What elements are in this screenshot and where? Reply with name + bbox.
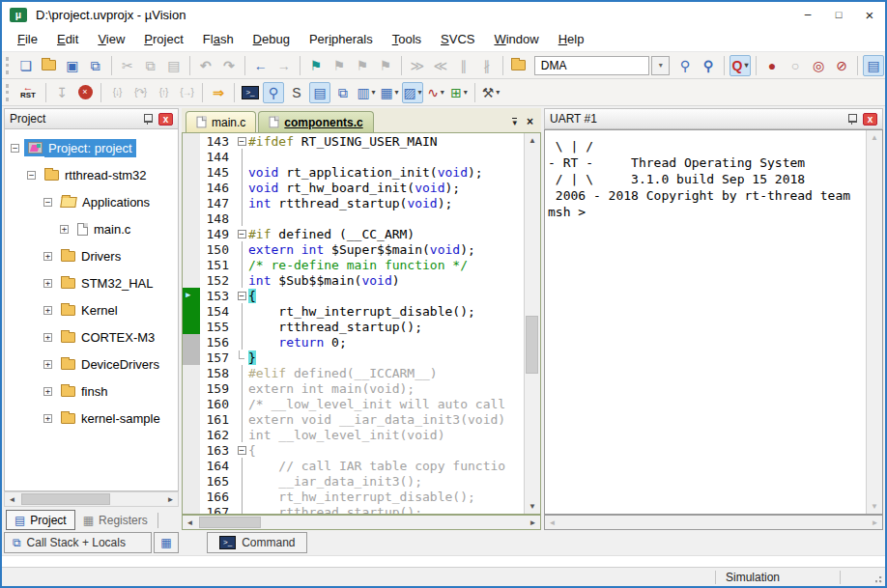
save-all-button[interactable]: ⧉ xyxy=(85,55,106,76)
project-tree-hscrollbar[interactable]: ◄ ► xyxy=(4,491,179,507)
tree-item-devicedrivers[interactable]: +DeviceDrivers xyxy=(5,350,178,378)
memory-window-button[interactable]: ▦▾ xyxy=(379,82,400,103)
code-line[interactable]: 154 rt_hw_interrupt_disable(); xyxy=(183,303,524,319)
navigate-back-button[interactable]: ← xyxy=(250,55,272,76)
system-viewer-button[interactable]: ⊞▾ xyxy=(448,82,470,103)
step-over-button[interactable]: {↷} xyxy=(129,82,151,103)
command-window-button[interactable]: >_ xyxy=(240,82,261,103)
menu-file[interactable]: File xyxy=(8,29,47,49)
menu-debug[interactable]: Debug xyxy=(243,29,300,49)
tree-expander-icon[interactable]: + xyxy=(43,306,52,315)
uncomment-button[interactable]: ∦ xyxy=(476,55,498,76)
scrollbar-thumb[interactable] xyxy=(21,493,110,505)
scroll-right-icon[interactable]: ► xyxy=(868,516,882,530)
uart-vscrollbar[interactable]: ▲ ▼ xyxy=(866,130,882,514)
scroll-right-icon[interactable]: ► xyxy=(163,492,178,507)
scroll-down-icon[interactable]: ▼ xyxy=(526,499,540,514)
fold-collapse-icon[interactable]: − xyxy=(238,446,246,455)
memory-grid-button[interactable]: ▦ xyxy=(154,532,179,553)
code-line[interactable]: 159extern int main(void); xyxy=(183,380,524,396)
toolbar-grip[interactable] xyxy=(6,84,11,101)
save-button[interactable]: ▣ xyxy=(62,55,83,76)
tree-expander-icon[interactable]: + xyxy=(43,252,52,261)
symbol-window-button[interactable]: S xyxy=(286,82,307,103)
scroll-left-icon[interactable]: ◄ xyxy=(183,516,197,530)
menu-flash[interactable]: Flash xyxy=(193,29,243,49)
tree-expander-icon[interactable]: − xyxy=(43,198,52,207)
tree-expander-icon[interactable]: − xyxy=(27,171,36,180)
fold-collapse-icon[interactable]: − xyxy=(238,230,246,238)
code-line[interactable]: 167 rtthread_startup(); xyxy=(183,504,524,514)
editor-tab-main-c[interactable]: main.c xyxy=(186,111,256,132)
stop-button[interactable]: × xyxy=(74,82,96,103)
code-line[interactable]: 163−{ xyxy=(183,442,524,458)
code-line[interactable]: 164 // call IAR table copy functio xyxy=(183,458,524,473)
outdent-button[interactable]: ≪ xyxy=(430,55,451,76)
scroll-down-icon[interactable]: ▼ xyxy=(868,499,882,514)
show-current-statement-button[interactable]: ⇒ xyxy=(208,82,229,103)
tree-item-stm32-hal[interactable]: +STM32_HAL xyxy=(5,269,178,296)
tree-item-project-root[interactable]: −Project: project xyxy=(5,134,178,161)
tree-item-cortex-m3[interactable]: +CORTEX-M3 xyxy=(5,323,178,350)
run-button[interactable]: ↧ xyxy=(51,82,72,103)
step-button[interactable]: {↓} xyxy=(106,82,128,103)
close-button[interactable]: × xyxy=(854,3,885,26)
disable-all-breakpoints-button[interactable]: ◎ xyxy=(808,55,829,76)
serial-window-button[interactable]: ▨▾ xyxy=(402,82,423,103)
tree-item-rtthread-stm32[interactable]: −rtthread-stm32 xyxy=(5,161,178,188)
paste-button[interactable]: ▤ xyxy=(163,55,185,76)
reset-button[interactable]: ←RST xyxy=(15,82,41,103)
tree-expander-icon[interactable]: + xyxy=(43,333,52,342)
tree-item-drivers[interactable]: +Drivers xyxy=(5,242,178,269)
navigate-forward-button[interactable]: → xyxy=(273,55,295,76)
find-button[interactable]: ⚲ xyxy=(674,55,696,76)
code-line[interactable]: 152int $Sub$$main(void) xyxy=(183,272,524,288)
fold-column[interactable]: − xyxy=(235,442,248,458)
code-line[interactable]: 162int __low_level_init(void) xyxy=(183,427,524,442)
search-combobox[interactable]: DMA xyxy=(534,56,649,75)
cut-button[interactable]: ✂ xyxy=(117,55,138,76)
uart-output[interactable]: \ | / - RT - Thread Operating System / |… xyxy=(545,130,866,514)
code-line[interactable]: 165 __iar_data_init3(); xyxy=(183,473,524,489)
registers-window-button[interactable]: ▤ xyxy=(309,82,330,103)
bookmark-clear-all-button[interactable]: ⚑ xyxy=(375,55,396,76)
bookmark-next-button[interactable]: ⚑ xyxy=(352,55,373,76)
maximize-button[interactable]: □ xyxy=(823,3,854,26)
code-editor[interactable]: 143−#ifdef RT_USING_USER_MAIN144145void … xyxy=(182,133,541,515)
code-line[interactable]: 151/* re-define main function */ xyxy=(183,257,524,272)
insert-breakpoint-button[interactable]: ● xyxy=(761,55,783,76)
menu-help[interactable]: Help xyxy=(549,29,594,49)
scroll-up-icon[interactable]: ▲ xyxy=(868,130,882,145)
code-line[interactable]: 145void rt_application_init(void); xyxy=(183,164,524,180)
editor-vscrollbar[interactable]: ▲ ▼ xyxy=(524,133,540,514)
watch-window-button[interactable]: ▥▾ xyxy=(356,82,377,103)
run-to-cursor-button[interactable]: {→} xyxy=(176,82,197,103)
code-line[interactable]: 143−#ifdef RT_USING_USER_MAIN xyxy=(183,133,524,149)
indent-button[interactable]: ≫ xyxy=(407,55,428,76)
code-area[interactable]: 143−#ifdef RT_USING_USER_MAIN144145void … xyxy=(183,133,524,514)
menu-peripherals[interactable]: Peripherals xyxy=(300,29,383,49)
resize-grip[interactable] xyxy=(870,571,883,584)
editor-tab-components-c[interactable]: components.c xyxy=(258,111,373,132)
code-line[interactable]: 147int rtthread_startup(void); xyxy=(183,195,524,210)
code-line[interactable]: 153−{ xyxy=(183,288,524,303)
fold-column[interactable]: − xyxy=(235,288,248,303)
pin-icon[interactable] xyxy=(847,113,857,125)
code-line[interactable]: 148 xyxy=(183,210,524,226)
tree-expander-icon[interactable]: + xyxy=(43,360,52,369)
scrollbar-thumb[interactable] xyxy=(199,517,261,528)
code-line[interactable]: 144 xyxy=(183,149,524,164)
scroll-up-icon[interactable]: ▲ xyxy=(526,133,540,148)
scroll-right-icon[interactable]: ► xyxy=(526,516,540,530)
word-highlight-button[interactable]: Q▾ xyxy=(730,55,751,76)
code-line[interactable]: 150extern int $Super$$main(void); xyxy=(183,241,524,257)
tree-expander-icon[interactable]: − xyxy=(11,144,19,153)
toolbar-grip[interactable] xyxy=(6,57,11,74)
menu-svcs[interactable]: SVCS xyxy=(431,29,484,49)
search-dropdown-button[interactable]: ▾ xyxy=(651,56,670,75)
editor-hscrollbar[interactable]: ◄ ► xyxy=(182,515,541,530)
minimize-button[interactable]: – xyxy=(792,3,823,26)
tree-item-applications[interactable]: −Applications xyxy=(5,188,178,215)
code-line[interactable]: 157} xyxy=(183,350,524,365)
tab-list-icon[interactable]: ▾ xyxy=(512,118,517,126)
